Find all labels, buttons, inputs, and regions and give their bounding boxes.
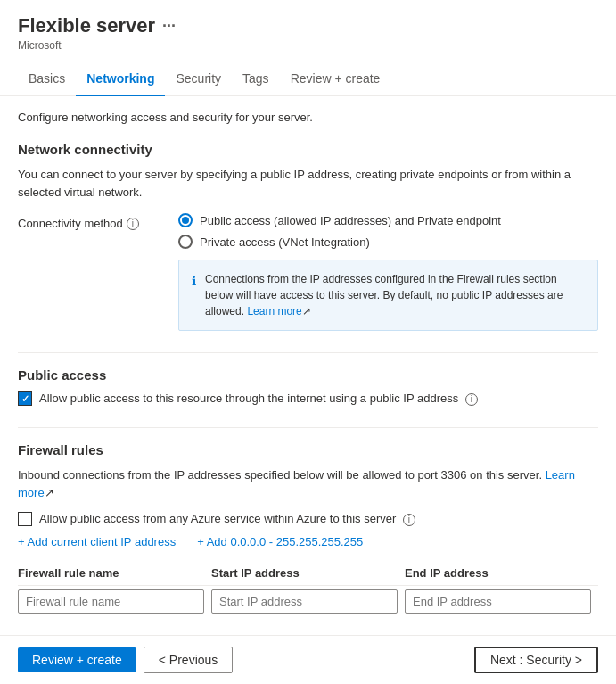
public-access-title: Public access <box>18 367 598 383</box>
divider-2 <box>18 427 598 428</box>
public-access-section: Public access ✓ Allow public access to t… <box>18 367 598 406</box>
azure-service-checkbox-label: Allow public access from any Azure servi… <box>39 512 415 526</box>
firewall-rule-name-input[interactable] <box>18 589 204 614</box>
public-access-info-icon[interactable]: i <box>465 393 478 406</box>
radio-public-access-input[interactable] <box>178 213 193 227</box>
next-security-button[interactable]: Next : Security > <box>474 647 598 673</box>
firewall-rule-name-cell <box>18 586 211 618</box>
firewall-rules-description: Inbound connections from the IP addresse… <box>18 466 598 501</box>
tab-basics[interactable]: Basics <box>18 62 76 96</box>
checkbox-check-icon: ✓ <box>21 393 29 405</box>
col-start-ip: Start IP address <box>211 561 405 586</box>
more-options-icon[interactable]: ··· <box>162 17 176 36</box>
col-firewall-rule-name: Firewall rule name <box>18 561 211 586</box>
radio-private-access-label: Private access (VNet Integration) <box>200 235 370 249</box>
page-description: Configure networking access and security… <box>18 111 598 124</box>
tab-bar: Basics Networking Security Tags Review +… <box>0 62 616 96</box>
divider-1 <box>18 352 598 353</box>
connectivity-method-row: Connectivity method i Public access (all… <box>18 213 598 249</box>
firewall-table-input-row <box>18 586 598 618</box>
network-connectivity-description: You can connect to your server by specif… <box>18 166 598 201</box>
azure-service-checkbox[interactable] <box>18 512 32 526</box>
tab-review-create[interactable]: Review + create <box>280 62 391 96</box>
azure-service-checkbox-row: Allow public access from any Azure servi… <box>18 512 598 526</box>
firewall-rules-table: Firewall rule name Start IP address End … <box>18 561 598 617</box>
page-subtitle: Microsoft <box>18 39 598 52</box>
connectivity-method-options: Public access (allowed IP addresses) and… <box>178 213 598 249</box>
connectivity-method-info-icon[interactable]: i <box>127 218 139 230</box>
radio-public-access-label: Public access (allowed IP addresses) and… <box>200 214 501 227</box>
connectivity-method-label: Connectivity method i <box>18 213 178 230</box>
network-connectivity-section: Network connectivity You can connect to … <box>18 142 598 331</box>
end-ip-cell <box>405 586 598 618</box>
firewall-table-header: Firewall rule name Start IP address End … <box>18 561 598 586</box>
firewall-rules-section: Firewall rules Inbound connections from … <box>18 442 598 617</box>
tab-tags[interactable]: Tags <box>232 62 280 96</box>
firewall-rules-title: Firewall rules <box>18 442 598 457</box>
radio-public-access[interactable]: Public access (allowed IP addresses) and… <box>178 213 598 227</box>
azure-service-info-icon[interactable]: i <box>403 514 415 526</box>
tab-networking[interactable]: Networking <box>76 62 165 96</box>
connectivity-info-box: ℹ Connections from the IP addresses conf… <box>178 260 598 331</box>
footer: Review + create < Previous Next : Securi… <box>0 635 616 684</box>
end-ip-input[interactable] <box>405 589 591 614</box>
network-connectivity-title: Network connectivity <box>18 142 598 157</box>
radio-private-access-input[interactable] <box>178 235 193 249</box>
radio-private-access[interactable]: Private access (VNet Integration) <box>178 235 598 249</box>
info-box-icon: ℹ <box>192 272 196 319</box>
info-box-text: Connections from the IP addresses config… <box>205 271 585 319</box>
page-title: Flexible server <box>18 14 155 37</box>
connectivity-learn-more-link[interactable]: Learn more <box>247 305 301 317</box>
tab-security[interactable]: Security <box>165 62 232 96</box>
previous-button[interactable]: < Previous <box>144 647 234 673</box>
public-access-checkbox-label: Allow public access to this resource thr… <box>39 391 478 406</box>
public-access-checkbox[interactable]: ✓ <box>18 391 32 406</box>
page-title-container: Flexible server ··· <box>18 14 598 37</box>
col-end-ip: End IP address <box>405 561 598 586</box>
add-ip-links: + Add current client IP address + Add 0.… <box>18 535 598 548</box>
add-range-link[interactable]: + Add 0.0.0.0 - 255.255.255.255 <box>197 535 363 548</box>
review-create-button[interactable]: Review + create <box>18 647 136 672</box>
add-client-ip-link[interactable]: + Add current client IP address <box>18 535 176 548</box>
start-ip-input[interactable] <box>211 589 398 614</box>
public-access-checkbox-row: ✓ Allow public access to this resource t… <box>18 391 598 406</box>
start-ip-cell <box>211 586 405 618</box>
